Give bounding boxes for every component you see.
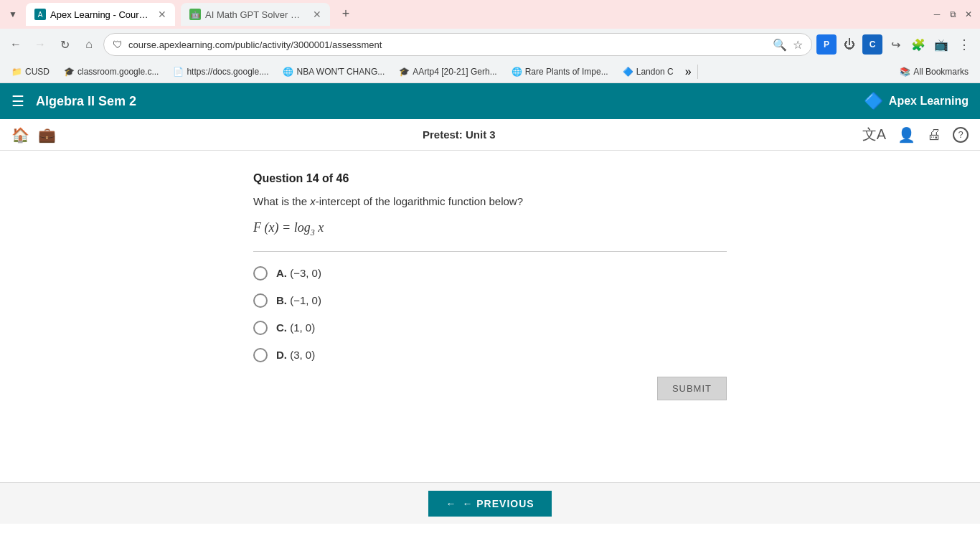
submit-area: SUBMIT <box>253 377 727 400</box>
address-text: course.apexlearning.com/public/activity/… <box>128 39 767 50</box>
bookmark-classroom-icon: 🎓 <box>64 67 75 77</box>
close-button[interactable]: ✕ <box>963 9 974 20</box>
back-button[interactable]: ← <box>6 34 26 55</box>
dropdown-btn[interactable]: ▼ <box>6 7 20 22</box>
bookmark-aart-icon: 🎓 <box>399 67 410 77</box>
bookmark-landon-icon: 🔷 <box>623 67 633 77</box>
star-icon[interactable]: ☆ <box>793 38 803 52</box>
bottom-nav: ← ← PREVIOUS <box>0 482 980 524</box>
bookmarks-more-button[interactable]: » <box>685 65 692 78</box>
bookmark-docs[interactable]: 📄 https://docs.google.... <box>167 63 274 80</box>
radio-a[interactable] <box>253 266 268 281</box>
option-d[interactable]: D. (3, 0) <box>253 348 727 362</box>
question-text: What is the x-intercept of the logarithm… <box>253 195 727 207</box>
search-icon: 🔍 <box>773 38 787 52</box>
tab-ai-title: AI Math GPT Solver Powered b... <box>205 9 306 20</box>
tab-ai-math[interactable]: 🤖 AI Math GPT Solver Powered b... ✕ <box>181 3 330 26</box>
menu-icon[interactable]: ☰ <box>11 93 24 110</box>
apex-logo-icon: 🔷 <box>864 92 883 110</box>
tab-apex-title: Apex Learning - Courses <box>50 9 151 20</box>
bookmark-cusd[interactable]: 📁 CUSD <box>6 63 55 80</box>
radio-d[interactable] <box>253 348 268 362</box>
tab-apex-learning[interactable]: A Apex Learning - Courses ✕ <box>26 3 175 26</box>
tab-close-apex[interactable]: ✕ <box>158 9 166 20</box>
reload-button[interactable]: ↻ <box>55 34 75 55</box>
option-d-text: D. (3, 0) <box>276 349 315 361</box>
bookmark-aart[interactable]: 🎓 AArtp4 [20-21] Gerh... <box>393 63 502 80</box>
pretest-text: Pretest: Unit 3 <box>423 128 496 141</box>
tab-close-ai[interactable]: ✕ <box>313 9 321 20</box>
toolbar-row: 🏠 💼 Pretest: Unit 3 文A 👤 🖨 ? <box>0 119 980 151</box>
all-bookmarks-icon: 📚 <box>900 67 910 77</box>
bookmark-docs-icon: 📄 <box>173 67 184 77</box>
maximize-button[interactable]: ⧉ <box>947 9 958 20</box>
option-a-text: A. (−3, 0) <box>276 267 321 279</box>
new-tab-button[interactable]: + <box>336 4 356 24</box>
option-c[interactable]: C. (1, 0) <box>253 321 727 335</box>
previous-button[interactable]: ← ← PREVIOUS <box>428 491 551 517</box>
option-b[interactable]: B. (−1, 0) <box>253 293 727 308</box>
course-title: Algebra II Sem 2 <box>36 94 136 109</box>
option-b-text: B. (−1, 0) <box>276 294 321 306</box>
bookmark-cusd-icon: 📁 <box>11 67 22 77</box>
address-bar[interactable]: 🛡 course.apexlearning.com/public/activit… <box>103 33 812 56</box>
bookmark-nba-icon: 🌐 <box>283 67 293 77</box>
question-number: Question 14 of 46 <box>253 172 727 185</box>
translate-icon[interactable]: 文A <box>862 125 886 144</box>
extension-p-icon[interactable]: P <box>816 34 837 55</box>
bookmark-rare-plants-icon: 🌐 <box>512 67 522 77</box>
submit-button[interactable]: SUBMIT <box>657 377 727 400</box>
all-bookmarks-button[interactable]: 📚 All Bookmarks <box>894 63 974 80</box>
app-header: ☰ Algebra II Sem 2 🔷 Apex Learning <box>0 83 980 119</box>
cast-icon[interactable]: 📺 <box>931 34 951 55</box>
extension-c-icon[interactable]: C <box>862 34 882 55</box>
bookmark-nba[interactable]: 🌐 NBA WON'T CHANG... <box>277 63 390 80</box>
prev-label: ← PREVIOUS <box>462 498 534 509</box>
formula-box: F (x) = log3 x <box>253 220 727 238</box>
extension-arrow-icon[interactable]: ↪ <box>885 34 905 55</box>
option-a[interactable]: A. (−3, 0) <box>253 266 727 281</box>
prev-arrow-icon: ← <box>446 498 456 509</box>
pretest-label: Pretest: Unit 3 <box>65 128 854 141</box>
radio-b[interactable] <box>253 293 268 308</box>
bookmark-classroom[interactable]: 🎓 classroom.google.c... <box>58 63 164 80</box>
bookmarks-separator <box>697 65 698 79</box>
forward-button[interactable]: → <box>30 34 50 55</box>
minimize-button[interactable]: ─ <box>931 9 943 20</box>
help-icon[interactable]: ? <box>953 127 969 143</box>
question-container: Question 14 of 46 What is the x-intercep… <box>253 172 727 400</box>
bookmark-landon[interactable]: 🔷 Landon C <box>617 63 679 80</box>
print-icon[interactable]: 🖨 <box>927 126 941 143</box>
radio-c[interactable] <box>253 321 268 335</box>
home-button[interactable]: ⌂ <box>79 34 99 55</box>
toolbar-briefcase-icon[interactable]: 💼 <box>38 126 56 143</box>
apex-logo: 🔷 Apex Learning <box>864 92 969 110</box>
bookmark-rare-plants[interactable]: 🌐 Rare Plants of Impe... <box>506 63 614 80</box>
extension-puzzle-icon[interactable]: 🧩 <box>908 34 928 55</box>
main-content: Question 14 of 46 What is the x-intercep… <box>0 151 980 482</box>
divider <box>253 251 727 252</box>
apex-logo-text: Apex Learning <box>889 95 969 108</box>
menu-dots-icon[interactable]: ⋮ <box>954 34 974 55</box>
site-info-icon: 🛡 <box>113 39 123 50</box>
people-icon[interactable]: 👤 <box>897 126 915 143</box>
extension-power-icon[interactable]: ⏻ <box>839 34 859 55</box>
option-c-text: C. (1, 0) <box>276 321 315 334</box>
toolbar-home-icon[interactable]: 🏠 <box>11 126 29 143</box>
